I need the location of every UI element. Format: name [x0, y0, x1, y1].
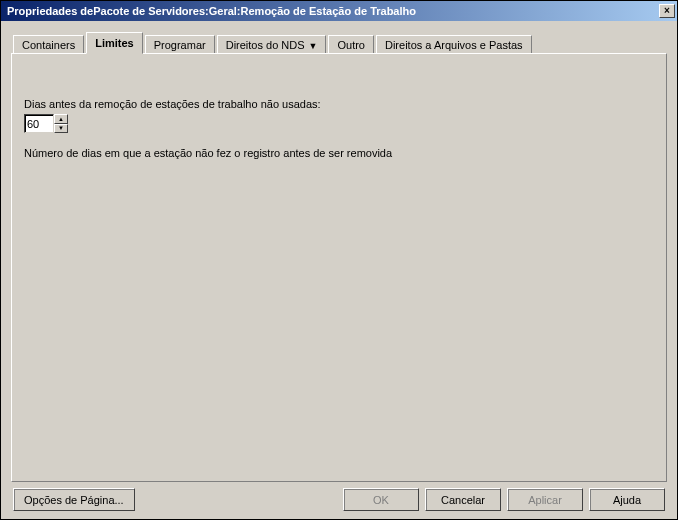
- cancel-button[interactable]: Cancelar: [425, 488, 501, 511]
- tab-outro[interactable]: Outro: [328, 35, 374, 54]
- tabs-row: Containers Limites Programar Direitos do…: [11, 31, 667, 53]
- tab-direitos-arquivos[interactable]: Direitos a Arquivos e Pastas: [376, 35, 532, 54]
- triangle-up-icon: ▲: [58, 116, 64, 122]
- tab-containers[interactable]: Containers: [13, 35, 84, 54]
- days-input[interactable]: [24, 114, 54, 133]
- apply-button[interactable]: Aplicar: [507, 488, 583, 511]
- help-button[interactable]: Ajuda: [589, 488, 665, 511]
- titlebar: Propriedades dePacote de Servidores:Gera…: [1, 1, 677, 21]
- close-icon: ×: [664, 6, 670, 16]
- tab-label: Containers: [22, 39, 75, 51]
- tab-limites[interactable]: Limites: [86, 32, 143, 54]
- ok-button[interactable]: OK: [343, 488, 419, 511]
- triangle-down-icon: ▼: [58, 125, 64, 131]
- tab-label: Limites: [95, 37, 134, 49]
- tab-label: Programar: [154, 39, 206, 51]
- button-bar-right: OK Cancelar Aplicar Ajuda: [343, 488, 665, 511]
- page-options-button[interactable]: Opções de Página...: [13, 488, 135, 511]
- content-area: Containers Limites Programar Direitos do…: [1, 21, 677, 519]
- description-text: Número de dias em que a estação não fez …: [24, 147, 654, 159]
- tab-label: Outro: [337, 39, 365, 51]
- spinner-up-button[interactable]: ▲: [54, 114, 68, 124]
- tab-programar[interactable]: Programar: [145, 35, 215, 54]
- tab-direitos-nds[interactable]: Direitos do NDS▼: [217, 35, 327, 54]
- label-days-before-removal: Dias antes da remoção de estações de tra…: [24, 98, 654, 110]
- button-bar: Opções de Página... OK Cancelar Aplicar …: [11, 482, 667, 513]
- titlebar-text: Propriedades dePacote de Servidores:Gera…: [3, 5, 416, 17]
- tab-panel: Dias antes da remoção de estações de tra…: [11, 53, 667, 482]
- tabs-container: Containers Limites Programar Direitos do…: [11, 31, 667, 53]
- button-bar-left: Opções de Página...: [13, 488, 135, 511]
- tab-label: Direitos a Arquivos e Pastas: [385, 39, 523, 51]
- spinner-down-button[interactable]: ▼: [54, 124, 68, 134]
- chevron-down-icon: ▼: [309, 41, 318, 51]
- close-button[interactable]: ×: [659, 4, 675, 18]
- properties-window: Propriedades dePacote de Servidores:Gera…: [0, 0, 678, 520]
- tab-label: Direitos do NDS: [226, 39, 305, 51]
- days-spinner: ▲ ▼: [24, 114, 68, 133]
- spinner-buttons: ▲ ▼: [54, 114, 68, 133]
